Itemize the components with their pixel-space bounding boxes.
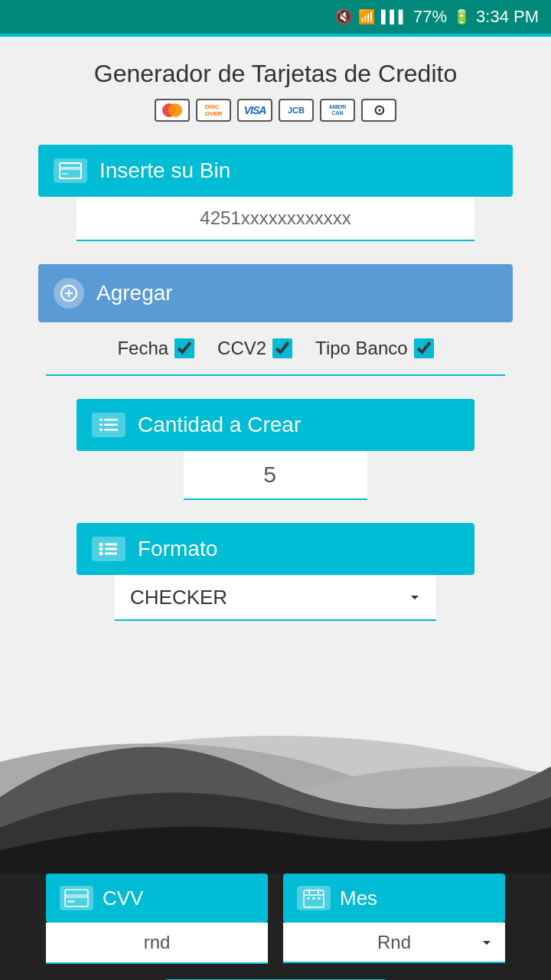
cvv-input[interactable] <box>46 923 268 964</box>
svg-point-18 <box>99 552 103 556</box>
jcb-logo: JCB <box>279 99 314 122</box>
cvv-mes-row: CVV <box>31 874 520 964</box>
cvv-icon <box>60 886 93 910</box>
clock: 3:34 PM <box>476 7 539 27</box>
cvv-input-container <box>46 923 268 964</box>
mastercard-logo <box>155 99 190 122</box>
ccv2-checkbox[interactable] <box>272 338 292 358</box>
mes-section: Mes Rnd 01 02 03 04 05 06 07 08 09 10 <box>283 874 505 964</box>
bin-header: Inserte su Bin <box>38 145 513 197</box>
agregar-label: Agregar <box>96 281 173 305</box>
ccv2-checkbox-item: CCV2 <box>217 338 292 359</box>
svg-point-16 <box>99 547 103 551</box>
landscape-background <box>0 644 551 874</box>
plus-circle-icon <box>54 278 84 309</box>
svg-rect-10 <box>104 429 118 431</box>
svg-rect-24 <box>65 894 88 898</box>
svg-rect-11 <box>99 419 103 421</box>
svg-rect-17 <box>105 548 117 550</box>
svg-rect-19 <box>105 553 117 555</box>
tipo-banco-checkbox[interactable] <box>414 338 434 358</box>
svg-rect-12 <box>99 424 103 426</box>
cvv-label: CVV <box>103 887 143 910</box>
cvv-header: CVV <box>46 874 268 923</box>
card-logos: DISCOVER VISA JCB AMERICAN ⊙ <box>31 99 520 122</box>
amex-logo: AMERICAN <box>320 99 355 122</box>
tipo-banco-label: Tipo Banco <box>315 338 408 359</box>
status-bar: 🔇 📶 ▌▌▌ 77% 🔋 3:34 PM <box>0 0 551 34</box>
credit-card-icon <box>54 158 87 183</box>
mute-icon: 🔇 <box>335 8 352 25</box>
svg-rect-32 <box>318 897 321 900</box>
list-icon <box>92 413 126 437</box>
cvv-section: CVV <box>46 874 268 964</box>
agregar-section: Agregar <box>31 264 520 322</box>
signal-icon: ▌▌▌ <box>381 10 407 24</box>
bin-input[interactable] <box>77 197 474 241</box>
mes-header: Mes <box>283 874 505 923</box>
format-icon <box>92 537 126 561</box>
svg-rect-4 <box>62 173 68 175</box>
discover-logo: DISCOVER <box>196 99 231 122</box>
cantidad-label: Cantidad a Crear <box>138 413 301 437</box>
svg-rect-8 <box>104 419 118 421</box>
fecha-label: Fecha <box>117 338 168 359</box>
svg-rect-2 <box>60 163 81 178</box>
agregar-header[interactable]: Agregar <box>38 264 513 322</box>
ccv2-label: CCV2 <box>217 338 266 359</box>
diners-logo: ⊙ <box>361 99 396 122</box>
svg-rect-31 <box>312 897 315 900</box>
wifi-icon: 📶 <box>358 8 375 25</box>
formato-section: Formato CHECKER STANDARD PIPE JSON <box>31 523 520 644</box>
visa-logo: VISA <box>237 99 272 122</box>
fecha-checkbox[interactable] <box>174 338 194 358</box>
formato-label: Formato <box>138 537 217 561</box>
checkboxes-row: Fecha CCV2 Tipo Banco <box>46 322 505 376</box>
svg-rect-13 <box>99 429 103 431</box>
svg-rect-30 <box>307 897 310 900</box>
fecha-checkbox-item: Fecha <box>117 338 194 359</box>
formato-select[interactable]: CHECKER STANDARD PIPE JSON <box>115 575 436 621</box>
mes-select-container: Rnd 01 02 03 04 05 06 07 08 09 10 11 12 <box>283 923 505 963</box>
cantidad-input[interactable] <box>184 451 367 500</box>
battery-icon: 🔋 <box>453 8 470 25</box>
page-wrapper: 🔇 📶 ▌▌▌ 77% 🔋 3:34 PM Generador de Tarje… <box>0 0 551 980</box>
app-title: Generador de Tarjetas de Credito <box>31 60 520 88</box>
mes-label: Mes <box>340 887 377 910</box>
svg-point-14 <box>99 543 103 547</box>
formato-select-container: CHECKER STANDARD PIPE JSON <box>115 575 436 621</box>
mes-select[interactable]: Rnd 01 02 03 04 05 06 07 08 09 10 11 12 <box>283 923 505 963</box>
battery-level: 77% <box>413 7 447 27</box>
svg-rect-9 <box>104 424 118 426</box>
bin-label: Inserte su Bin <box>99 158 230 183</box>
svg-point-1 <box>168 103 182 117</box>
upper-section: Generador de Tarjetas de Credito DISCOVE… <box>0 37 551 644</box>
cantidad-header: Cantidad a Crear <box>77 399 474 451</box>
tipo-banco-checkbox-item: Tipo Banco <box>315 338 434 359</box>
bin-input-container <box>77 197 474 241</box>
svg-rect-15 <box>105 544 117 546</box>
dark-bottom: CVV <box>0 874 551 980</box>
svg-rect-25 <box>67 900 75 903</box>
calendar-icon <box>297 886 331 910</box>
svg-rect-3 <box>60 167 81 170</box>
status-icons: 🔇 📶 ▌▌▌ 77% 🔋 3:34 PM <box>335 7 539 27</box>
cantidad-section: Cantidad a Crear <box>31 399 520 523</box>
bin-section: Inserte su Bin <box>31 145 520 264</box>
cantidad-input-container <box>184 451 367 500</box>
formato-header: Formato <box>77 523 474 575</box>
